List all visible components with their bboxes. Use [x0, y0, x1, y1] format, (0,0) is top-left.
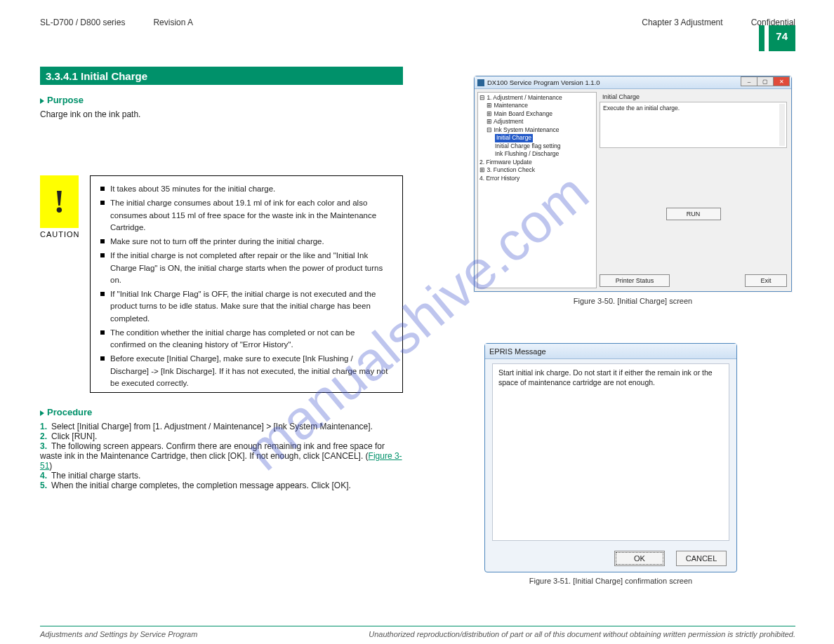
triangle-icon	[40, 410, 44, 416]
tree-label: Initial Charge flag setting	[495, 142, 561, 149]
header-chapter: Chapter 3 Adjustment	[642, 18, 722, 27]
footer-right: Unauthorized reproduction/distribution o…	[369, 630, 795, 638]
header-revision: Revision A	[153, 18, 193, 27]
procedure-block: Procedure 1.Select [Initial Charge] from…	[40, 407, 405, 490]
footer-left: Adjustments and Settings by Service Prog…	[40, 630, 197, 638]
tree-label: Maintenance	[494, 102, 528, 109]
tree-node-selected[interactable]: Initial Charge	[479, 134, 595, 142]
tree-node[interactable]: 2. Firmware Update	[479, 159, 595, 166]
figure-caption: Figure 3-50. [Initial Charge] screen	[474, 297, 792, 305]
caution-bullet: If "Initial Ink Charge Flag" is OFF, the…	[100, 288, 392, 325]
step-text: Click [RUN].	[51, 431, 97, 441]
exit-button[interactable]: Exit	[745, 274, 787, 287]
page-number: 74	[776, 30, 788, 42]
tree-node[interactable]: ⊞ 3. Function Check	[479, 166, 595, 174]
step-number: 1.	[40, 422, 51, 431]
tree-label: 4. Error History	[479, 175, 519, 182]
procedure-step: 3.The following screen appears. Confirm …	[40, 441, 405, 471]
footer-divider	[40, 626, 795, 626]
header-model: SL-D700 / D800 series	[40, 18, 125, 27]
step-number: 4.	[40, 471, 51, 481]
epris-message-dialog: EPRIS Message Start initial ink charge. …	[484, 343, 737, 572]
caution-bullet: If the initial charge is not completed a…	[100, 250, 392, 286]
purpose-block: Purpose Charge ink on the ink path.	[40, 95, 403, 121]
run-button[interactable]: RUN	[666, 208, 721, 220]
tree-node[interactable]: ⊞ Adjustment	[479, 118, 595, 126]
printer-status-button[interactable]: Printer Status	[600, 274, 670, 287]
dialog-titlebar: EPRIS Message	[485, 344, 736, 359]
tree-node[interactable]: ⊞ Maintenance	[479, 102, 595, 109]
caution-box: It takes about 35 minutes for the initia…	[90, 175, 403, 393]
procedure-step: 4.The initial charge starts.	[40, 471, 405, 481]
description-text: Execute the an initial charge.	[603, 105, 680, 112]
tree-label: 2. Firmware Update	[479, 159, 532, 166]
procedure-step: 5.When the initial charge completes, the…	[40, 481, 405, 490]
scrollbar[interactable]	[779, 104, 785, 146]
step-number: 2.	[40, 431, 51, 441]
procedure-step: 1.Select [Initial Charge] from [1. Adjus…	[40, 422, 405, 431]
tree-label: Adjustment	[494, 118, 524, 125]
description-box: Execute the an initial charge.	[600, 102, 787, 148]
step-number: 3.	[40, 441, 51, 451]
minimize-button[interactable]: –	[741, 76, 757, 86]
window-titlebar: DX100 Service Program Version 1.1.0 – ▢ …	[475, 76, 791, 89]
step-number: 5.	[40, 481, 51, 490]
ok-button[interactable]: OK	[614, 551, 665, 566]
app-icon	[477, 79, 484, 86]
tree-label: Initial Charge	[495, 134, 533, 142]
dialog-message: Start initial ink charge. Do not start i…	[498, 368, 713, 387]
step-text: Select [Initial Charge] from [1. Adjustm…	[51, 422, 373, 431]
page-header: SL-D700 / D800 series Revision A Chapter…	[40, 12, 795, 27]
window-title: DX100 Service Program Version 1.1.0	[487, 79, 600, 86]
tree-node[interactable]: 4. Error History	[479, 175, 595, 182]
maximize-button[interactable]: ▢	[757, 76, 774, 86]
procedure-heading: Procedure	[47, 407, 92, 417]
caution-bullet: Make sure not to turn off the printer du…	[100, 236, 392, 248]
caution-icon: !	[40, 175, 79, 228]
close-button[interactable]: ✕	[773, 76, 790, 86]
caution-label: CAUTION	[40, 230, 79, 239]
tree-label: Main Board Exchange	[494, 110, 552, 117]
tree-label: Ink Flushing / Discharge	[495, 150, 559, 157]
caution-bullet: Before execute [Initial Charge], make su…	[100, 353, 392, 389]
tree-node[interactable]: ⊞ Main Board Exchange	[479, 110, 595, 118]
tree-node[interactable]: Ink Flushing / Discharge	[479, 150, 595, 158]
tree-label: 3. Function Check	[486, 166, 535, 173]
service-program-window: DX100 Service Program Version 1.1.0 – ▢ …	[474, 76, 792, 292]
tree-label: 1. Adjustment / Maintenance	[486, 94, 562, 101]
triangle-icon	[40, 98, 44, 104]
purpose-text: Charge ink on the ink path.	[40, 108, 403, 121]
tree-node[interactable]: ⊟ 1. Adjustment / Maintenance	[479, 94, 595, 102]
panel-title: Initial Charge	[602, 93, 787, 100]
purpose-heading: Purpose	[47, 95, 84, 105]
step-text: When the initial charge completes, the c…	[51, 481, 351, 490]
caution-bullet: The condition whether the initial charge…	[100, 327, 392, 351]
nav-tree[interactable]: ⊟ 1. Adjustment / Maintenance ⊞ Maintena…	[477, 92, 597, 288]
section-title: 3.3.4.1 Initial Charge	[40, 67, 403, 85]
caution-bullet: It takes about 35 minutes for the initia…	[100, 183, 392, 195]
dialog-title: EPRIS Message	[489, 347, 546, 356]
procedure-step: 2.Click [RUN].	[40, 431, 405, 441]
tree-node[interactable]: Initial Charge flag setting	[479, 142, 595, 150]
caution-bullet: The initial charge consumes about 19.1 m…	[100, 197, 392, 234]
dialog-body: Start initial ink charge. Do not start i…	[492, 363, 729, 541]
tree-label: Ink System Maintenance	[494, 126, 559, 133]
step-text: The initial charge starts.	[51, 471, 140, 481]
tree-node[interactable]: ⊟ Ink System Maintenance	[479, 126, 595, 134]
step-text: The following screen appears. Confirm th…	[40, 441, 385, 461]
figure-caption: Figure 3-51. [Initial Charge] confirmati…	[484, 577, 737, 585]
cancel-button[interactable]: CANCEL	[676, 551, 727, 566]
